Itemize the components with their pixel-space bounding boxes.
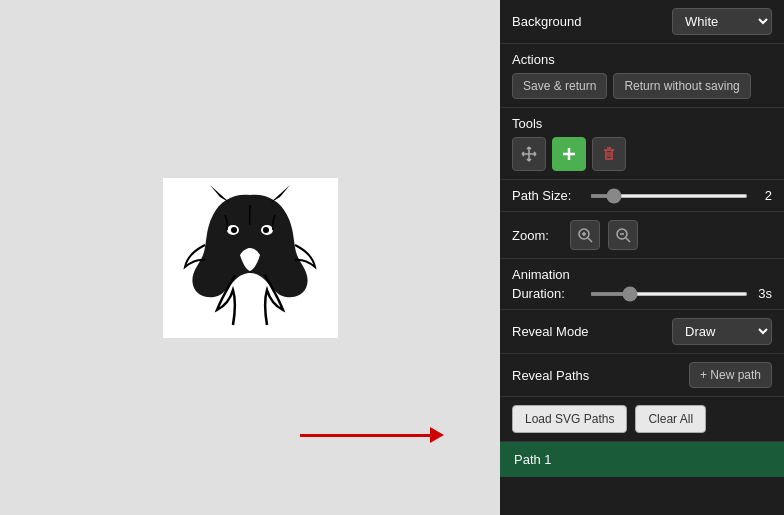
duration-row: Duration: 3s [512, 286, 772, 301]
duration-slider[interactable] [590, 292, 748, 296]
actions-buttons: Save & return Return without saving [512, 73, 772, 99]
animation-label: Animation [512, 267, 772, 282]
arrow-head [430, 427, 444, 443]
path-size-value: 2 [756, 188, 772, 203]
path-size-label: Path Size: [512, 188, 582, 203]
path-1-label: Path 1 [514, 452, 552, 467]
actions-section: Actions Save & return Return without sav… [500, 44, 784, 108]
background-label: Background [512, 14, 581, 29]
tools-label: Tools [512, 116, 772, 131]
duration-label: Duration: [512, 286, 582, 301]
reveal-mode-row: Reveal Mode Draw Erase [500, 310, 784, 354]
move-icon [521, 146, 537, 162]
path-1-item[interactable]: Path 1 [500, 442, 784, 477]
zoom-out-button[interactable] [608, 220, 638, 250]
save-return-button[interactable]: Save & return [512, 73, 607, 99]
zoom-in-icon [577, 227, 593, 243]
right-panel: Background White Black Transparent Actio… [500, 0, 784, 515]
reveal-paths-row: Reveal Paths + New path [500, 354, 784, 397]
wolf-illustration [175, 185, 325, 330]
new-path-button[interactable]: + New path [689, 362, 772, 388]
tool-add-button[interactable] [552, 137, 586, 171]
reveal-mode-label: Reveal Mode [512, 324, 589, 339]
tools-section: Tools [500, 108, 784, 180]
red-arrow [300, 427, 444, 443]
add-icon [561, 146, 577, 162]
tool-move-button[interactable] [512, 137, 546, 171]
canvas-white-box [163, 178, 338, 338]
return-no-save-button[interactable]: Return without saving [613, 73, 750, 99]
svg-point-3 [263, 227, 269, 233]
delete-icon [601, 146, 617, 162]
path-size-row: Path Size: 2 [500, 180, 784, 212]
actions-label: Actions [512, 52, 772, 67]
load-clear-row: Load SVG Paths Clear All [500, 397, 784, 442]
arrow-line [300, 434, 430, 437]
clear-all-button[interactable]: Clear All [635, 405, 706, 433]
zoom-row: Zoom: [500, 212, 784, 259]
tools-buttons [512, 137, 772, 171]
load-svg-button[interactable]: Load SVG Paths [512, 405, 627, 433]
path-size-slider[interactable] [590, 194, 748, 198]
canvas-area [0, 0, 500, 515]
zoom-out-icon [615, 227, 631, 243]
svg-point-1 [231, 227, 237, 233]
zoom-label: Zoom: [512, 228, 562, 243]
background-select[interactable]: White Black Transparent [672, 8, 772, 35]
duration-value: 3s [756, 286, 772, 301]
background-row: Background White Black Transparent [500, 0, 784, 44]
zoom-in-button[interactable] [570, 220, 600, 250]
reveal-paths-label: Reveal Paths [512, 368, 589, 383]
animation-section: Animation Duration: 3s [500, 259, 784, 310]
reveal-mode-select[interactable]: Draw Erase [672, 318, 772, 345]
tool-delete-button[interactable] [592, 137, 626, 171]
